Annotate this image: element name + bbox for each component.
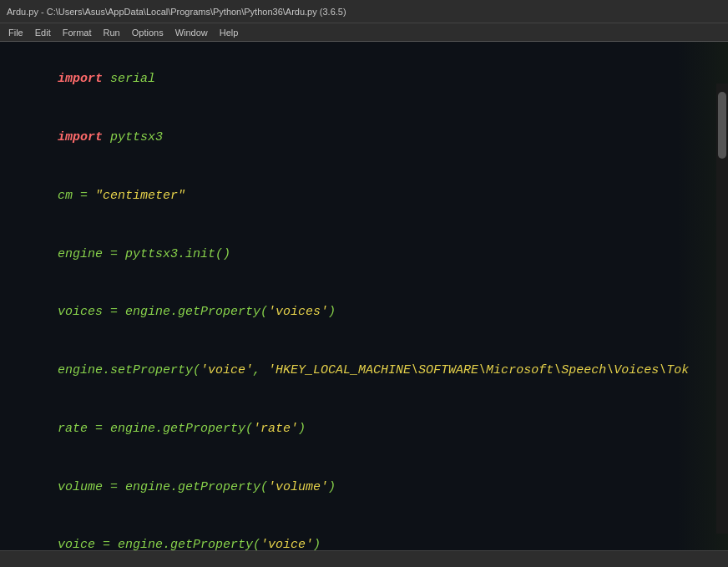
menu-help[interactable]: Help bbox=[215, 26, 244, 39]
menu-options[interactable]: Options bbox=[127, 26, 169, 39]
code-line-2: import pyttsx3 bbox=[13, 109, 715, 167]
code-line-8: volume = engine.getProperty('volume') bbox=[13, 458, 715, 516]
main-window: Ardu.py - C:\Users\Asus\AppData\Local\Pr… bbox=[0, 0, 728, 567]
code-line-4: engine = pyttsx3.init() bbox=[13, 225, 715, 283]
menu-file[interactable]: File bbox=[3, 26, 28, 39]
scrollbar-thumb[interactable] bbox=[718, 92, 726, 159]
menu-window[interactable]: Window bbox=[170, 26, 213, 39]
menu-edit[interactable]: Edit bbox=[30, 26, 56, 39]
window-title: Ardu.py - C:\Users\Asus\AppData\Local\Pr… bbox=[7, 7, 346, 17]
menu-run[interactable]: Run bbox=[99, 26, 125, 39]
menu-bar: File Edit Format Run Options Window Help bbox=[0, 23, 728, 42]
code-line-7: rate = engine.getProperty('rate') bbox=[13, 400, 715, 458]
code-line-6: engine.setProperty('voice', 'HKEY_LOCAL_… bbox=[13, 342, 715, 400]
code-editor[interactable]: import serial import pyttsx3 cm = "centi… bbox=[0, 42, 728, 550]
code-line-9: voice = engine.getProperty('voice') bbox=[13, 516, 715, 550]
menu-format[interactable]: Format bbox=[58, 26, 97, 39]
status-bar bbox=[0, 550, 728, 567]
code-line-1: import serial bbox=[13, 50, 715, 109]
code-line-5: voices = engine.getProperty('voices') bbox=[13, 283, 715, 342]
code-line-3: cm = "centimeter" bbox=[13, 167, 715, 225]
scrollbar[interactable] bbox=[716, 84, 728, 534]
title-bar: Ardu.py - C:\Users\Asus\AppData\Local\Pr… bbox=[0, 0, 728, 23]
